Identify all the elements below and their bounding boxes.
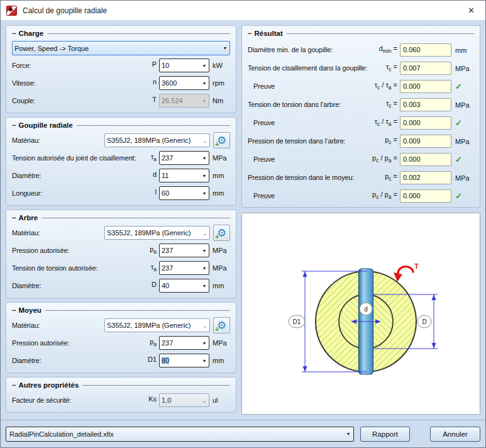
result-row-shaft-torsion: Tension de torsion dans l’arbre: τc = 0.… bbox=[248, 98, 474, 111]
dropdown-arrow-icon: ▼ bbox=[343, 432, 353, 436]
group-title: Charge bbox=[18, 30, 43, 37]
dropdown-arrow-icon: ▼ bbox=[200, 191, 209, 196]
plus-icon: + bbox=[215, 233, 219, 240]
result-field: 0.009 bbox=[400, 135, 451, 148]
material-row: Matériau: S355J2, 189MPa (Generic) ⌄ ⚙ + bbox=[12, 225, 230, 240]
group-title: Autres propriétés bbox=[18, 381, 79, 389]
shaft-material-editor-button[interactable]: ⚙ + bbox=[213, 225, 230, 241]
result-field: 0.000 bbox=[400, 116, 451, 130]
collapse-icon[interactable]: − bbox=[12, 306, 16, 314]
field-row-pin-diameter: Diamètre: d 11 ▼ mm bbox=[12, 168, 230, 183]
close-icon[interactable]: ✕ bbox=[457, 1, 485, 20]
pin-material-select[interactable]: S355J2, 189MPa (Generic) ⌄ bbox=[104, 133, 210, 147]
result-row-pin-shear: Tension de cisaillement dans la goupille… bbox=[248, 61, 474, 75]
symbol: Ks bbox=[148, 395, 157, 405]
dropdown-arrow-icon: ▼ bbox=[200, 81, 209, 86]
symbol: pc = bbox=[385, 136, 397, 145]
collapse-icon[interactable]: − bbox=[12, 121, 16, 129]
group-pin-header: − Goupille radiale bbox=[12, 120, 230, 130]
force-input[interactable]: 10 ▼ bbox=[159, 59, 209, 72]
dialog-title: Calcul de goupille radiale bbox=[23, 6, 107, 15]
dropdown-arrow-icon: ▼ bbox=[200, 64, 209, 68]
dropdown-arrow-icon: ▼ bbox=[200, 174, 209, 178]
dropdown-arrow-icon: ▼ bbox=[200, 99, 209, 103]
group-title: Arbre bbox=[18, 214, 38, 221]
shaft-diameter-input[interactable]: 40 ▼ bbox=[159, 279, 209, 293]
symbol: τc = bbox=[386, 63, 397, 72]
pin-length-input[interactable]: 60 ▼ bbox=[159, 186, 209, 200]
collapse-icon[interactable]: − bbox=[12, 381, 16, 389]
shaft-allowed-torsion-input[interactable]: 237 ▼ bbox=[159, 261, 209, 275]
app-icon bbox=[6, 6, 17, 16]
field-row-hub-diameter: Diamètre: D1 80 ▼ mm bbox=[12, 353, 230, 368]
pin-diameter-input[interactable]: 11 ▼ bbox=[159, 169, 209, 182]
label-d: d bbox=[364, 305, 368, 312]
result-field: 0.060 bbox=[400, 43, 451, 57]
field-row-torque: Couple: T 26.524 ▼ Nm bbox=[12, 93, 230, 108]
symbol: dmin = bbox=[379, 45, 397, 54]
shaft-allowed-pressure-input[interactable]: 237 ▼ bbox=[159, 244, 209, 257]
field-row-hub-pressure: Pression autorisée: pa 237 ▼ MPa bbox=[12, 335, 230, 350]
symbol: pc / pa = bbox=[372, 154, 397, 164]
hub-allowed-pressure-input[interactable]: 237 ▼ bbox=[159, 336, 209, 350]
symbol: n bbox=[153, 78, 157, 87]
header-rule bbox=[47, 33, 230, 34]
hub-diameter-input[interactable]: 80 ▼ bbox=[159, 354, 209, 367]
header-rule bbox=[77, 125, 230, 126]
symbol: pc / pa = bbox=[372, 191, 397, 200]
input-column: − Charge Power, Speed -> Torque ▼ Force:… bbox=[6, 25, 236, 415]
field-row-shaft-torsion: Tension de torsion autorisée: τa 237 ▼ M… bbox=[12, 260, 230, 276]
radial-pin-calculation-dialog: Calcul de goupille radiale ✕ − Charge Po… bbox=[0, 0, 486, 448]
group-charge: − Charge Power, Speed -> Torque ▼ Force:… bbox=[6, 25, 236, 113]
result-row-proof-2: Preuve τc / τa = 0.000 ✓ bbox=[248, 116, 474, 130]
field-row-shaft-diameter: Diamètre: D 40 ▼ mm bbox=[12, 278, 230, 293]
material-row: Matériau: S355J2, 189MPa (Generic) ⌄ ⚙ + bbox=[12, 133, 230, 148]
collapse-icon[interactable]: − bbox=[248, 30, 251, 37]
group-title: Moyeu bbox=[18, 306, 41, 314]
hub-material-select[interactable]: S355J2, 189MPa (Generic) ⌄ bbox=[104, 318, 210, 332]
dropdown-arrow-icon: ▼ bbox=[200, 156, 209, 160]
safety-factor-select[interactable]: 1,0 ⌄ bbox=[159, 393, 209, 407]
result-field: 0.003 bbox=[400, 98, 451, 111]
group-hub-header: − Moyeu bbox=[12, 305, 230, 315]
chevron-down-icon: ⌄ bbox=[201, 322, 209, 329]
shaft-material-select[interactable]: S355J2, 189MPa (Generic) ⌄ bbox=[104, 226, 210, 240]
selected-text: 80 bbox=[162, 357, 169, 364]
pin-allowed-shear-input[interactable]: 237 ▼ bbox=[159, 151, 209, 165]
symbol: P bbox=[152, 60, 157, 70]
dropdown-arrow-icon: ▼ bbox=[200, 249, 209, 253]
result-field: 0.000 bbox=[400, 80, 451, 93]
result-field: 0.000 bbox=[400, 189, 451, 203]
pin-diagram-panel: T D1 D d bbox=[241, 213, 480, 415]
group-charge-header: − Charge bbox=[12, 28, 230, 38]
collapse-icon[interactable]: − bbox=[12, 30, 16, 37]
material-row: Matériau: S355J2, 189MPa (Generic) ⌄ ⚙ + bbox=[12, 318, 230, 333]
footer-bar: RadialPinCalculation_detailed.xltx ▼ Rap… bbox=[1, 420, 485, 447]
header-rule bbox=[41, 218, 230, 218]
dropdown-arrow-icon: ▼ bbox=[200, 359, 209, 363]
group-shaft: − Arbre Matériau: S355J2, 189MPa (Generi… bbox=[6, 210, 236, 298]
label-D: D bbox=[422, 318, 426, 325]
header-rule bbox=[45, 310, 230, 311]
torque-input-disabled: 26.524 ▼ bbox=[159, 94, 209, 108]
load-type-select[interactable]: Power, Speed -> Torque ▼ bbox=[12, 41, 230, 55]
dropdown-arrow-icon: ▼ bbox=[221, 46, 229, 50]
speed-input[interactable]: 3600 ▼ bbox=[159, 76, 209, 90]
symbol: pa bbox=[150, 245, 157, 255]
report-button[interactable]: Rapport bbox=[360, 427, 410, 442]
hub-material-editor-button[interactable]: ⚙ + bbox=[213, 317, 230, 333]
field-row-safety-factor: Facteur de sécurité: Ks 1,0 ⌄ ul bbox=[12, 393, 230, 408]
group-title: Résultat bbox=[254, 30, 282, 37]
group-other-properties: − Autres propriétés Facteur de sécurité:… bbox=[6, 377, 236, 413]
header-rule bbox=[82, 385, 230, 386]
result-field: 0.000 bbox=[400, 153, 451, 166]
cancel-button[interactable]: Annuler bbox=[430, 427, 480, 442]
collapse-icon[interactable]: − bbox=[12, 214, 16, 221]
pin-material-editor-button[interactable]: ⚙ + bbox=[213, 132, 230, 148]
result-row-proof-3: Preuve pc / pa = 0.000 ✓ bbox=[248, 152, 474, 166]
result-row-min-diameter: Diamètre min. de la goupille: dmin = 0.0… bbox=[248, 43, 474, 57]
template-file-select[interactable]: RadialPinCalculation_detailed.xltx ▼ bbox=[6, 427, 354, 442]
result-column: − Résultat Diamètre min. de la goupille:… bbox=[241, 25, 480, 415]
result-field: 0.007 bbox=[400, 62, 451, 75]
torque-arrow: T bbox=[394, 262, 419, 282]
